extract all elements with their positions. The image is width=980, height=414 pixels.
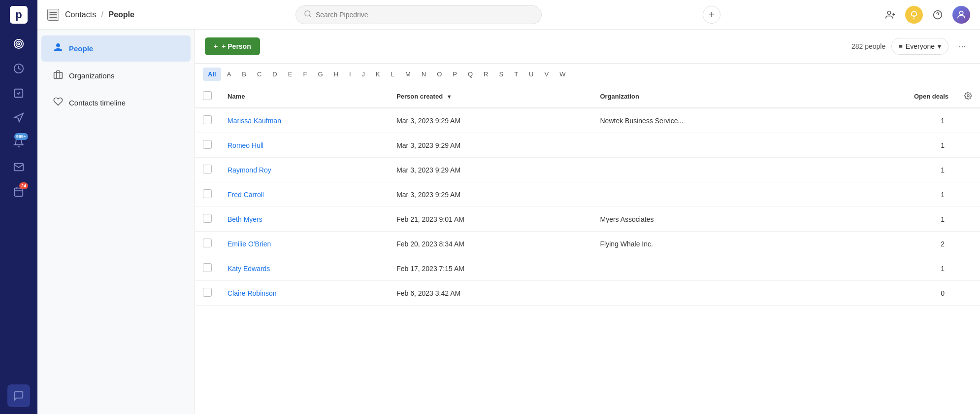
table-body: Marissa Kaufman Mar 3, 2023 9:29 AM Newt… bbox=[195, 108, 980, 306]
alpha-i-button[interactable]: I bbox=[344, 68, 356, 81]
alpha-e-button[interactable]: E bbox=[283, 68, 297, 81]
table-row: Claire Robinson Feb 6, 2023 3:42 AM 0 bbox=[195, 281, 980, 306]
row-checkbox-cell[interactable] bbox=[195, 108, 220, 133]
add-person-button[interactable]: + + Person bbox=[205, 37, 260, 55]
breadcrumb-prefix[interactable]: Contacts bbox=[65, 10, 96, 19]
th-organization[interactable]: Organization bbox=[592, 85, 834, 108]
row-open-deals-cell: 1 bbox=[834, 182, 956, 207]
alpha-d-button[interactable]: D bbox=[267, 68, 282, 81]
sort-arrow-icon: ▼ bbox=[447, 94, 452, 100]
alpha-h-button[interactable]: H bbox=[329, 68, 343, 81]
alpha-b-button[interactable]: B bbox=[237, 68, 251, 81]
row-gear-cell bbox=[956, 182, 980, 207]
row-organization-cell: Myers Associates bbox=[592, 207, 834, 232]
row-checkbox[interactable] bbox=[203, 288, 212, 297]
select-all-checkbox[interactable] bbox=[203, 91, 212, 100]
row-checkbox-cell[interactable] bbox=[195, 182, 220, 207]
row-checkbox[interactable] bbox=[203, 140, 212, 149]
tips-button[interactable] bbox=[905, 6, 923, 24]
row-checkbox[interactable] bbox=[203, 115, 212, 124]
alpha-k-button[interactable]: K bbox=[371, 68, 385, 81]
row-checkbox-cell[interactable] bbox=[195, 256, 220, 281]
sidebar-item-organizations[interactable]: Organizations bbox=[41, 63, 191, 89]
person-name-link[interactable]: Claire Robinson bbox=[228, 289, 277, 297]
person-name-link[interactable]: Beth Myers bbox=[228, 215, 262, 223]
row-checkbox-cell[interactable] bbox=[195, 133, 220, 158]
alpha-s-button[interactable]: S bbox=[494, 68, 508, 81]
th-person-created[interactable]: Person created ▼ bbox=[389, 85, 592, 108]
alpha-c-button[interactable]: C bbox=[252, 68, 266, 81]
svg-point-1 bbox=[16, 41, 22, 47]
row-checkbox[interactable] bbox=[203, 189, 212, 198]
content-area: People Organizations Con bbox=[37, 30, 980, 414]
sidebar-item-contacts-timeline[interactable]: Contacts timeline bbox=[41, 90, 191, 116]
nav-icon-mail[interactable] bbox=[7, 156, 30, 178]
alpha-g-button[interactable]: G bbox=[313, 68, 327, 81]
search-bar bbox=[295, 5, 542, 24]
row-checkbox-cell[interactable] bbox=[195, 207, 220, 232]
th-settings[interactable] bbox=[956, 85, 980, 108]
alpha-w-button[interactable]: W bbox=[555, 68, 570, 81]
invite-people-button[interactable] bbox=[882, 6, 899, 24]
organizations-icon bbox=[53, 69, 63, 82]
table-header-row: Name Person created ▼ Organization Open … bbox=[195, 85, 980, 108]
hamburger-button[interactable] bbox=[47, 9, 59, 21]
nav-icon-tasks[interactable] bbox=[7, 82, 30, 104]
alpha-v-button[interactable]: V bbox=[539, 68, 554, 81]
dropdown-arrow-icon: ▾ bbox=[938, 42, 941, 50]
people-content: + + Person 282 people ≡ Everyone ▾ ··· A… bbox=[195, 30, 980, 414]
row-checkbox[interactable] bbox=[203, 263, 212, 272]
person-name-link[interactable]: Fred Carroll bbox=[228, 191, 264, 199]
alpha-t-button[interactable]: T bbox=[509, 68, 523, 81]
alpha-l-button[interactable]: L bbox=[386, 68, 399, 81]
help-button[interactable] bbox=[929, 6, 947, 24]
nav-icon-deals[interactable] bbox=[7, 57, 30, 80]
logo-area[interactable]: p bbox=[9, 5, 29, 25]
row-checkbox-cell[interactable] bbox=[195, 281, 220, 306]
nav-icon-campaigns[interactable] bbox=[7, 106, 30, 129]
alpha-r-button[interactable]: R bbox=[479, 68, 493, 81]
settings-icon[interactable] bbox=[964, 94, 972, 101]
more-options-button[interactable]: ··· bbox=[954, 38, 970, 54]
person-name-link[interactable]: Raymond Roy bbox=[228, 166, 271, 174]
th-name[interactable]: Name bbox=[220, 85, 389, 108]
sidebar-item-people[interactable]: People bbox=[41, 35, 191, 62]
alpha-j-button[interactable]: J bbox=[357, 68, 370, 81]
toolbar: + + Person 282 people ≡ Everyone ▾ ··· bbox=[195, 30, 980, 64]
row-checkbox[interactable] bbox=[203, 165, 212, 173]
row-checkbox-cell[interactable] bbox=[195, 232, 220, 256]
svg-point-19 bbox=[959, 11, 963, 14]
svg-rect-5 bbox=[15, 188, 23, 197]
everyone-filter-button[interactable]: ≡ Everyone ▾ bbox=[891, 38, 948, 55]
row-created-cell: Feb 17, 2023 7:15 AM bbox=[389, 256, 592, 281]
sidebar-item-contacts-timeline-label: Contacts timeline bbox=[69, 99, 126, 107]
add-button[interactable]: + bbox=[703, 6, 720, 24]
search-input[interactable] bbox=[316, 11, 533, 19]
nav-icon-chat[interactable] bbox=[7, 384, 30, 407]
alpha-all-button[interactable]: All bbox=[203, 68, 221, 81]
row-checkbox[interactable] bbox=[203, 214, 212, 223]
person-name-link[interactable]: Katy Edwards bbox=[228, 265, 270, 273]
person-name-link[interactable]: Romeo Hull bbox=[228, 141, 263, 149]
alphabet-filter: All A B C D E F G H I J K L M N O P Q R … bbox=[195, 64, 980, 85]
alpha-f-button[interactable]: F bbox=[298, 68, 312, 81]
person-name-link[interactable]: Emilie O'Brien bbox=[228, 240, 271, 248]
row-checkbox-cell[interactable] bbox=[195, 158, 220, 182]
alpha-q-button[interactable]: Q bbox=[463, 68, 478, 81]
nav-icon-calendar[interactable]: 24 bbox=[7, 180, 30, 203]
alpha-p-button[interactable]: P bbox=[448, 68, 462, 81]
alpha-a-button[interactable]: A bbox=[222, 68, 236, 81]
person-name-link[interactable]: Marissa Kaufman bbox=[228, 117, 281, 125]
avatar[interactable] bbox=[952, 6, 970, 24]
alpha-n-button[interactable]: N bbox=[417, 68, 431, 81]
th-open-deals[interactable]: Open deals bbox=[834, 85, 956, 108]
add-person-label: + Person bbox=[222, 42, 251, 50]
alpha-m-button[interactable]: M bbox=[400, 68, 416, 81]
alpha-u-button[interactable]: U bbox=[524, 68, 538, 81]
table-row: Romeo Hull Mar 3, 2023 9:29 AM 1 bbox=[195, 133, 980, 158]
nav-icon-target[interactable] bbox=[7, 33, 30, 55]
alpha-o-button[interactable]: O bbox=[432, 68, 447, 81]
row-checkbox[interactable] bbox=[203, 239, 212, 247]
row-name-cell: Claire Robinson bbox=[220, 281, 389, 306]
nav-icon-notifications[interactable]: 999+ bbox=[7, 131, 30, 154]
